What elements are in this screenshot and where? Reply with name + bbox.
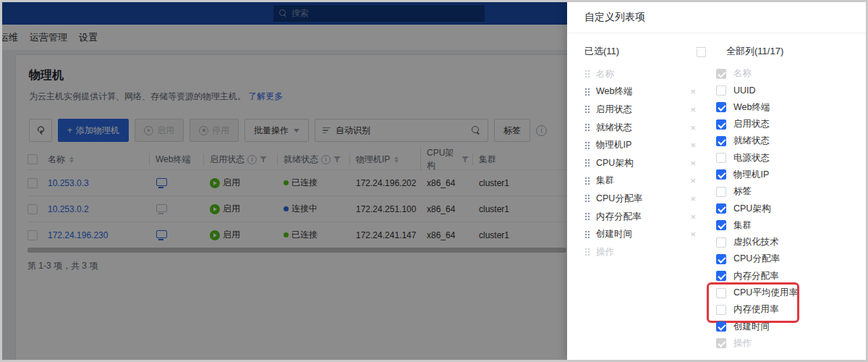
selected-column-label: CPU架构 [596,157,633,169]
selected-column-item[interactable]: 集群 × [584,172,696,190]
column-option-label: 内存使用率 [733,303,779,316]
column-option-label: 创建时间 [733,321,770,333]
drag-handle-icon[interactable] [584,70,590,78]
remove-column-icon[interactable]: × [690,175,696,186]
selected-column-item[interactable]: 启用状态 × [584,101,696,119]
column-checkbox[interactable] [716,69,726,79]
column-checkbox[interactable] [716,288,726,298]
column-option[interactable]: UUID [716,82,857,98]
remove-column-icon[interactable]: × [690,104,696,115]
column-option[interactable]: 内存分配率 [716,268,857,285]
column-option-label: 电源状态 [733,152,770,164]
drag-handle-icon[interactable] [584,194,590,203]
selected-count-label: 已选(11) [584,45,696,58]
all-columns-count-label: 全部列(11/17) [726,45,783,58]
column-option-label: CPU分配率 [733,253,780,265]
selected-column-item[interactable]: 就绪状态 × [584,119,696,137]
app-window: 搜索 平台运维 运营管理 设置 物理机 为云主机实例提供计算、网络、存储等资源的… [0,0,868,362]
all-columns-list: 名称 UUID Web终端 启用状态 就绪状态 电源状态 物理机IP 标签 CP… [716,65,857,352]
column-option-label: 集群 [733,219,752,232]
remove-column-icon[interactable]: × [690,229,696,240]
drawer-title: 自定义列表项 [567,2,866,33]
column-option[interactable]: 创建时间 [716,318,857,334]
customize-columns-drawer: 自定义列表项 已选(11) 全部列(11/17) 名称 Web终端 × 启用状态… [567,2,866,360]
column-option[interactable]: 标签 [716,183,857,200]
column-option[interactable]: CPU分配率 [716,251,857,267]
column-option[interactable]: 集群 [716,217,857,234]
selected-column-label: 启用状态 [596,104,632,116]
selected-column-label: 就绪状态 [596,122,632,134]
column-checkbox[interactable] [716,254,726,264]
column-option-label: UUID [733,85,756,96]
selected-column-item[interactable]: CPU架构 × [584,154,696,172]
selected-column-item[interactable]: CPU分配率 × [584,190,696,208]
column-option-label: CPU平均使用率 [733,287,798,299]
drag-handle-icon[interactable] [584,248,590,256]
drag-handle-icon[interactable] [584,230,590,239]
column-option[interactable]: CPU架构 [716,200,857,216]
selected-column-item[interactable]: 内存分配率 × [584,208,696,226]
column-checkbox[interactable] [716,119,726,130]
selected-column-label: 名称 [596,68,614,80]
column-option-label: 虚拟化技术 [733,236,779,248]
column-option-label: 就绪状态 [733,135,770,147]
column-option[interactable]: 物理机IP [716,167,857,183]
column-option[interactable]: 操作 [716,335,857,352]
column-checkbox[interactable] [716,169,726,180]
selected-column-label: 集群 [596,174,614,187]
selected-column-item[interactable]: 名称 [584,65,696,83]
column-checkbox[interactable] [716,305,726,315]
column-option[interactable]: 电源状态 [716,149,857,166]
drawer-columns: 名称 Web终端 × 启用状态 × 就绪状态 × 物理机IP × CPU架构 [567,62,866,352]
column-checkbox[interactable] [716,187,726,197]
drag-handle-icon[interactable] [584,212,590,221]
drawer-subheader: 已选(11) 全部列(11/17) [567,33,866,62]
column-option-label: Web终端 [733,101,770,114]
column-option-label: CPU架构 [733,203,770,215]
selected-column-item[interactable]: 创建时间 × [584,225,696,243]
selected-column-label: Web终端 [596,85,632,98]
column-checkbox[interactable] [716,102,726,112]
column-option[interactable]: 虚拟化技术 [716,234,857,251]
column-option[interactable]: 内存使用率 [716,301,857,318]
selected-column-label: 创建时间 [596,228,632,240]
remove-column-icon[interactable]: × [690,86,696,97]
column-option[interactable]: Web终端 [716,99,857,116]
column-option[interactable]: 名称 [716,65,857,82]
column-option-label: 启用状态 [733,118,770,130]
column-checkbox[interactable] [716,338,726,348]
column-checkbox[interactable] [716,321,726,332]
column-option-label: 名称 [733,67,752,80]
column-checkbox[interactable] [716,85,726,96]
remove-column-icon[interactable]: × [690,211,696,222]
selected-column-item[interactable]: 物理机IP × [584,136,696,154]
drag-handle-icon[interactable] [584,123,590,132]
column-option[interactable]: CPU平均使用率 [716,285,857,301]
column-checkbox[interactable] [716,153,726,163]
drag-handle-icon[interactable] [584,177,590,185]
column-checkbox[interactable] [716,136,726,146]
column-option[interactable]: 启用状态 [716,116,857,132]
column-checkbox[interactable] [716,220,726,230]
drag-handle-icon[interactable] [584,105,590,114]
remove-column-icon[interactable]: × [690,193,696,204]
selected-columns-list: 名称 Web终端 × 启用状态 × 就绪状态 × 物理机IP × CPU架构 [584,65,696,352]
selected-column-label: 物理机IP [596,139,631,151]
column-checkbox[interactable] [716,271,726,281]
column-option-label: 操作 [733,337,752,350]
selected-column-label: 操作 [596,246,614,258]
selected-column-item[interactable]: 操作 [584,243,696,261]
remove-column-icon[interactable]: × [690,140,696,151]
trash-icon[interactable] [696,46,706,57]
drag-handle-icon[interactable] [584,159,590,167]
column-checkbox[interactable] [716,203,726,214]
column-option-label: 标签 [733,185,752,198]
column-checkbox[interactable] [716,237,726,248]
column-option[interactable]: 就绪状态 [716,132,857,149]
selected-column-item[interactable]: Web终端 × [584,83,696,101]
drag-handle-icon[interactable] [584,88,590,96]
drag-handle-icon[interactable] [584,141,590,150]
selected-column-label: CPU分配率 [596,193,642,205]
remove-column-icon[interactable]: × [690,122,696,133]
remove-column-icon[interactable]: × [690,158,696,169]
